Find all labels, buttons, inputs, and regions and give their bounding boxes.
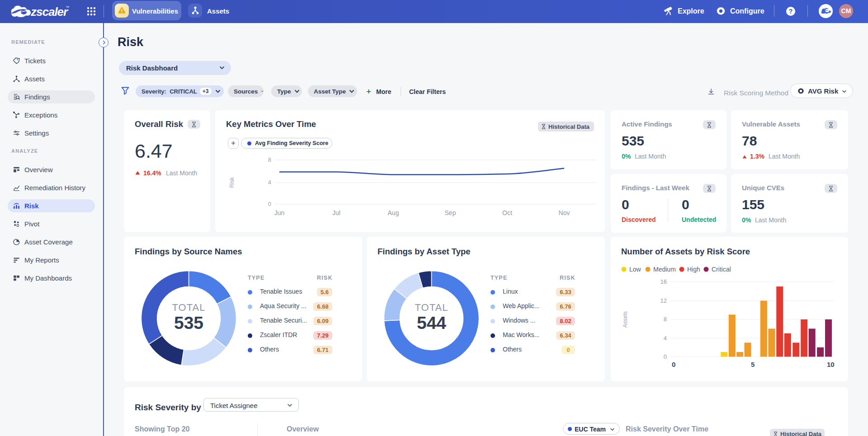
svg-text:Aug: Aug [388, 209, 399, 216]
svg-text:Low: Low [629, 266, 642, 273]
svg-text:10: 10 [827, 361, 835, 368]
svg-text:12: 12 [660, 297, 667, 304]
svg-text:5: 5 [751, 361, 755, 368]
svg-text:544: 544 [417, 313, 446, 333]
svg-text:Medium: Medium [653, 266, 676, 273]
svg-text:0: 0 [664, 353, 667, 360]
svg-text:Nov: Nov [559, 209, 570, 216]
svg-text:0: 0 [268, 201, 271, 207]
svg-text:TOTAL: TOTAL [415, 302, 448, 313]
svg-text:8: 8 [268, 156, 271, 163]
svg-text:Critical: Critical [712, 266, 731, 273]
svg-text:zscaler: zscaler [30, 5, 69, 19]
svg-text:TOTAL: TOTAL [172, 302, 206, 313]
svg-text:™: ™ [66, 5, 69, 9]
svg-text:Risk: Risk [229, 177, 235, 188]
svg-text:Oct: Oct [502, 209, 512, 216]
svg-text:8: 8 [664, 316, 667, 323]
svg-text:High: High [687, 266, 700, 273]
svg-text:Jun: Jun [274, 209, 285, 216]
svg-text:Assets: Assets [622, 311, 628, 328]
svg-text:535: 535 [174, 313, 203, 333]
svg-text:4: 4 [268, 179, 271, 186]
svg-text:4: 4 [664, 335, 667, 342]
svg-text:0: 0 [672, 361, 675, 368]
svg-text:16: 16 [660, 278, 667, 285]
svg-text:Jul: Jul [332, 209, 340, 216]
svg-text:Sep: Sep [445, 209, 456, 216]
